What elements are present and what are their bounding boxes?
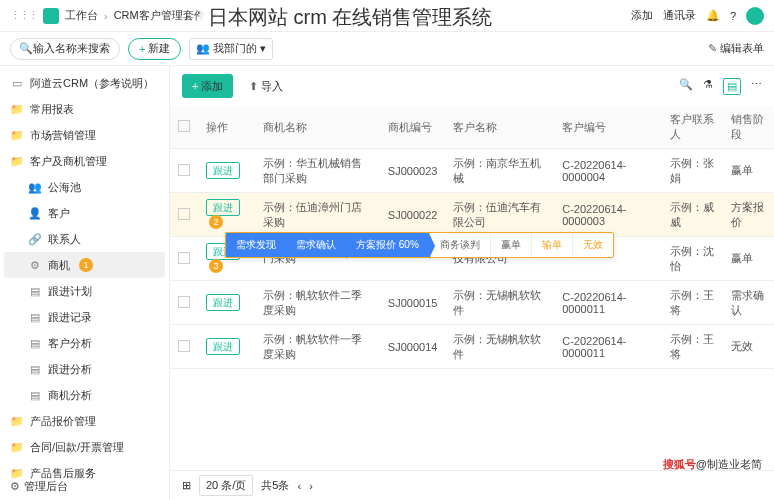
sidebar-item[interactable]: ▤跟进记录 [0, 304, 169, 330]
prev-page-icon[interactable]: ‹ [297, 480, 301, 492]
workspace-label[interactable]: 工作台 [65, 8, 98, 23]
filter-icon[interactable]: ⚗ [703, 78, 713, 95]
add-button[interactable]: + 添加 [182, 74, 233, 98]
admin-settings[interactable]: ⚙ 管理后台 [10, 479, 68, 494]
sidebar-item[interactable]: 📁常用报表 [0, 96, 169, 122]
chevron-right-icon: › [104, 10, 108, 22]
overlay-title: 日本网站 crm 在线销售管理系统 [200, 4, 500, 31]
pipeline-stage[interactable]: 赢单 [490, 233, 531, 257]
column-header[interactable]: 客户名称 [445, 106, 554, 149]
table-row[interactable]: 跟进示例：帆软软件二季度采购SJ000015示例：无锡帆软软件C-2022061… [170, 281, 774, 325]
action-button[interactable]: 跟进 [206, 338, 240, 355]
table-row[interactable]: 跟进示例：帆软软件一季度采购SJ000014示例：无锡帆软软件C-2022061… [170, 325, 774, 369]
add-link[interactable]: 添加 [631, 8, 653, 23]
action-button[interactable]: 跟进 [206, 162, 240, 179]
app-logo-icon [43, 8, 59, 24]
sidebar-item[interactable]: ▤跟进计划 [0, 278, 169, 304]
sidebar-item[interactable]: 📁市场营销管理 [0, 122, 169, 148]
table-row[interactable]: 跟进示例：华五机械销售部门采购SJ000023示例：南京华五机械C-202206… [170, 149, 774, 193]
action-button[interactable]: 跟进 [206, 294, 240, 311]
sidebar-item[interactable]: 📁合同/回款/开票管理 [0, 434, 169, 460]
pipeline-stage[interactable]: 输单 [531, 233, 572, 257]
pipeline-stage[interactable]: 商务谈判 [429, 233, 490, 257]
row-checkbox[interactable] [178, 296, 190, 308]
pipeline-stage[interactable]: 无效 [572, 233, 613, 257]
row-checkbox[interactable] [178, 208, 190, 220]
sidebar-item[interactable]: ▭阿道云CRM（参考说明） [0, 70, 169, 96]
column-header[interactable]: 商机名称 [255, 106, 380, 149]
more-icon[interactable]: ⋯ [751, 78, 762, 95]
row-checkbox[interactable] [178, 252, 190, 264]
suite-label[interactable]: CRM客户管理套件 [114, 8, 205, 23]
data-table: 操作商机名称商机编号客户名称客户编号客户联系人销售阶段跟进示例：华五机械销售部门… [170, 106, 774, 470]
row-checkbox[interactable] [178, 340, 190, 352]
sidebar-item[interactable]: ▤跟进分析 [0, 356, 169, 382]
new-button[interactable]: + 新建 [128, 38, 181, 60]
sidebar-item[interactable]: 👥公海池 [0, 174, 169, 200]
total-count: 共5条 [261, 478, 289, 493]
pipeline-stage[interactable]: 方案报价 60% [346, 233, 429, 257]
edit-sheet-button[interactable]: ✎ 编辑表单 [708, 41, 764, 56]
sidebar-item[interactable]: ▤客户分析 [0, 330, 169, 356]
sales-pipeline: 需求发现需求确认方案报价 60%商务谈判赢单输单无效 [225, 232, 614, 258]
search-input[interactable]: 🔍 输入名称来搜索 [10, 38, 120, 60]
contacts-link[interactable]: 通讯录 [663, 8, 696, 23]
dept-select[interactable]: 👥 我部门的 ▾ [189, 38, 273, 60]
sidebar-item[interactable]: 📁产品报价管理 [0, 408, 169, 434]
column-header[interactable]: 销售阶段 [723, 106, 774, 149]
sidebar-item[interactable]: 🔗联系人 [0, 226, 169, 252]
row-checkbox[interactable] [178, 164, 190, 176]
app-grid-icon[interactable]: ⋮⋮⋮ [10, 9, 37, 22]
help-icon[interactable]: ? [730, 10, 736, 22]
column-header[interactable]: 商机编号 [380, 106, 446, 149]
search-icon[interactable]: 🔍 [679, 78, 693, 95]
column-header[interactable]: 客户编号 [554, 106, 662, 149]
view-list-icon[interactable]: ▤ [723, 78, 741, 95]
sidebar: ▭阿道云CRM（参考说明）📁常用报表📁市场营销管理📁客户及商机管理👥公海池👤客户… [0, 66, 170, 500]
avatar[interactable] [746, 7, 764, 25]
bell-icon[interactable]: 🔔 [706, 9, 720, 22]
action-button[interactable]: 跟进 [206, 199, 240, 216]
import-button[interactable]: ⬆ 导入 [241, 74, 291, 98]
sidebar-item[interactable]: ⚙商机1 [4, 252, 165, 278]
column-header[interactable]: 操作 [198, 106, 255, 149]
collapse-icon[interactable]: ⊞ [182, 479, 191, 492]
pipeline-stage[interactable]: 需求发现 [226, 233, 286, 257]
pipeline-stage[interactable]: 需求确认 [286, 233, 346, 257]
table-row[interactable]: 跟进2示例：伍迪漳州门店采购SJ000022示例：伍迪汽车有限公司C-20220… [170, 193, 774, 237]
select-all-checkbox[interactable] [178, 120, 190, 132]
sidebar-item[interactable]: 📁客户及商机管理 [0, 148, 169, 174]
watermark: 搜狐号@制造业老简 [663, 457, 762, 472]
page-size-select[interactable]: 20 条/页 [199, 475, 253, 496]
column-header[interactable]: 客户联系人 [662, 106, 724, 149]
next-page-icon[interactable]: › [309, 480, 313, 492]
sidebar-item[interactable]: ▤商机分析 [0, 382, 169, 408]
sidebar-item[interactable]: 👤客户 [0, 200, 169, 226]
